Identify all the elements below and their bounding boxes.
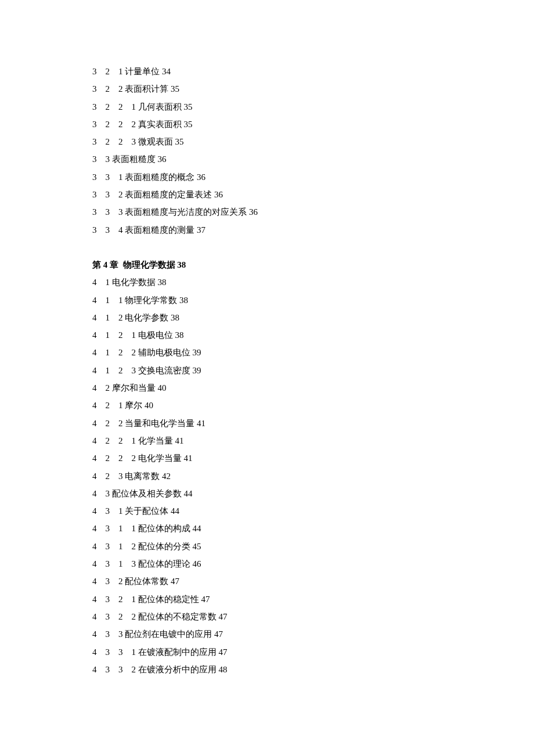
toc-entry: 4 1 电化学数据 38 xyxy=(92,273,464,291)
toc-entry: 3 3 3 表面粗糙度与光洁度的对应关系 36 xyxy=(92,203,464,221)
entry-page: 38 xyxy=(156,278,167,287)
entry-nums: 4 2 2 2 xyxy=(92,453,138,463)
toc-entry: 4 3 3 1 在镀液配制中的应用 47 xyxy=(92,643,464,661)
entry-title: 电离常数 xyxy=(125,471,160,481)
entry-nums: 4 1 2 1 xyxy=(92,330,138,340)
entry-nums: 3 2 2 2 xyxy=(92,120,138,129)
entry-title: 配位体及相关参数 xyxy=(112,489,182,498)
toc-entry: 4 3 配位体及相关参数 44 xyxy=(92,485,464,502)
entry-nums: 4 2 2 xyxy=(92,419,125,428)
toc-entry: 4 2 1 摩尔 40 xyxy=(92,397,464,414)
entry-nums: 4 3 3 1 xyxy=(92,647,138,657)
entry-page: 47 xyxy=(168,577,179,586)
entry-page: 47 xyxy=(199,595,210,604)
toc-entry: 3 3 表面粗糙度 36 xyxy=(92,150,464,168)
entry-nums: 4 3 1 xyxy=(92,506,125,516)
toc-entry: 4 2 3 电离常数 42 xyxy=(92,467,464,485)
entry-nums: 4 3 1 3 xyxy=(92,559,138,568)
entry-title: 辅助电极电位 xyxy=(138,348,190,357)
toc-entry: 4 3 1 1 配位体的构成 44 xyxy=(92,520,464,537)
entry-title: 当量和电化学当量 xyxy=(125,419,194,428)
entry-title: 电化学数据 xyxy=(112,278,156,287)
entry-nums: 4 2 xyxy=(92,383,112,393)
entry-nums: 4 3 xyxy=(92,489,112,498)
entry-title: 交换电流密度 xyxy=(138,366,190,375)
entry-nums: 4 2 2 1 xyxy=(92,436,138,445)
entry-title: 配位体的理论 xyxy=(138,559,190,568)
entry-title: 表面粗糙度的概念 xyxy=(125,172,194,182)
entry-page: 36 xyxy=(194,172,205,182)
toc-entry: 3 3 2 表面粗糙度的定量表述 36 xyxy=(92,186,464,203)
entry-nums: 4 2 1 xyxy=(92,401,125,410)
entry-page: 47 xyxy=(212,629,223,639)
toc-entry: 4 2 2 2 电化学当量 41 xyxy=(92,449,464,467)
toc-entry: 4 1 2 1 电极电位 38 xyxy=(92,326,464,344)
entry-page: 38 xyxy=(168,313,179,322)
entry-page: 36 xyxy=(247,207,258,217)
entry-nums: 4 3 2 2 xyxy=(92,612,138,621)
entry-nums: 3 2 2 xyxy=(92,84,125,93)
toc-entry: 3 2 2 2 真实表面积 35 xyxy=(92,116,464,133)
entry-page: 38 xyxy=(173,330,184,340)
toc-entry: 4 3 3 配位剂在电镀中的应用 47 xyxy=(92,625,464,643)
entry-page: 45 xyxy=(190,542,201,551)
entry-title: 表面粗糙度的定量表述 xyxy=(125,190,212,199)
entry-nums: 3 3 xyxy=(92,154,112,164)
entry-page: 35 xyxy=(168,84,179,93)
entry-nums: 4 3 1 2 xyxy=(92,542,138,551)
entry-page: 41 xyxy=(173,436,184,445)
entry-title: 真实表面积 xyxy=(138,120,182,129)
entry-page: 42 xyxy=(160,471,171,481)
entry-nums: 4 1 2 2 xyxy=(92,348,138,357)
entry-nums: 3 3 2 xyxy=(92,190,125,199)
toc-entry: 4 3 1 3 配位体的理论 46 xyxy=(92,555,464,573)
entry-title: 表面粗糙度 xyxy=(112,154,156,164)
heading-mid: 章 物理化学数据 xyxy=(110,260,175,269)
entry-page: 44 xyxy=(182,489,193,498)
entry-title: 配位体的构成 xyxy=(138,524,190,533)
toc-entry: 4 2 2 当量和电化学当量 41 xyxy=(92,415,464,432)
entry-page: 36 xyxy=(212,190,223,199)
entry-title: 配位体的分类 xyxy=(138,542,190,551)
entry-title: 摩尔和当量 xyxy=(112,383,156,393)
entry-nums: 3 2 2 1 xyxy=(92,102,138,111)
entry-title: 物理化学常数 xyxy=(125,296,177,305)
entry-title: 计量单位 xyxy=(125,67,160,76)
entry-page: 44 xyxy=(168,506,179,516)
entry-page: 40 xyxy=(142,401,153,410)
toc-entry: 3 2 1 计量单位 34 xyxy=(92,63,464,80)
toc-entry: 4 2 2 1 化学当量 41 xyxy=(92,432,464,449)
entry-title: 微观表面 xyxy=(138,137,173,146)
toc-entry: 4 1 2 电化学参数 38 xyxy=(92,309,464,326)
entry-title: 化学当量 xyxy=(138,436,173,445)
entry-title: 表面粗糙度与光洁度的对应关系 xyxy=(125,207,247,217)
toc-entry: 4 3 1 关于配位体 44 xyxy=(92,502,464,520)
entry-nums: 3 3 3 xyxy=(92,207,125,217)
entry-nums: 4 1 1 xyxy=(92,296,125,305)
entry-page: 46 xyxy=(190,559,201,568)
toc-entry: 4 3 3 2 在镀液分析中的应用 48 xyxy=(92,661,464,678)
entry-title: 配位体常数 xyxy=(125,577,168,586)
entry-page: 41 xyxy=(194,419,205,428)
toc-section-3: 3 2 1 计量单位 343 2 2 表面积计算 353 2 2 1 几何表面积… xyxy=(92,63,464,239)
toc-entry: 4 3 2 2 配位体的不稳定常数 47 xyxy=(92,608,464,625)
entry-nums: 4 1 xyxy=(92,278,112,287)
entry-nums: 4 1 2 3 xyxy=(92,366,138,375)
entry-title: 摩尔 xyxy=(125,401,142,410)
entry-nums: 3 3 1 xyxy=(92,172,125,182)
entry-page: 48 xyxy=(217,665,228,674)
entry-title: 几何表面积 xyxy=(138,102,182,111)
entry-page: 34 xyxy=(160,67,171,76)
toc-entry: 3 2 2 表面积计算 35 xyxy=(92,80,464,98)
toc-entry: 4 1 2 2 辅助电极电位 39 xyxy=(92,344,464,361)
toc-entry: 4 3 1 2 配位体的分类 45 xyxy=(92,538,464,555)
entry-title: 表面粗糙度的测量 xyxy=(125,225,194,235)
entry-title: 关于配位体 xyxy=(125,506,168,516)
entry-nums: 4 2 3 xyxy=(92,471,125,481)
heading-page: 38 xyxy=(177,260,186,269)
toc-entry: 4 3 2 1 配位体的稳定性 47 xyxy=(92,591,464,608)
entry-page: 37 xyxy=(194,225,205,235)
toc-entry: 3 3 4 表面粗糙度的测量 37 xyxy=(92,221,464,239)
entry-nums: 3 3 4 xyxy=(92,225,125,235)
toc-entry: 3 2 2 1 几何表面积 35 xyxy=(92,98,464,116)
